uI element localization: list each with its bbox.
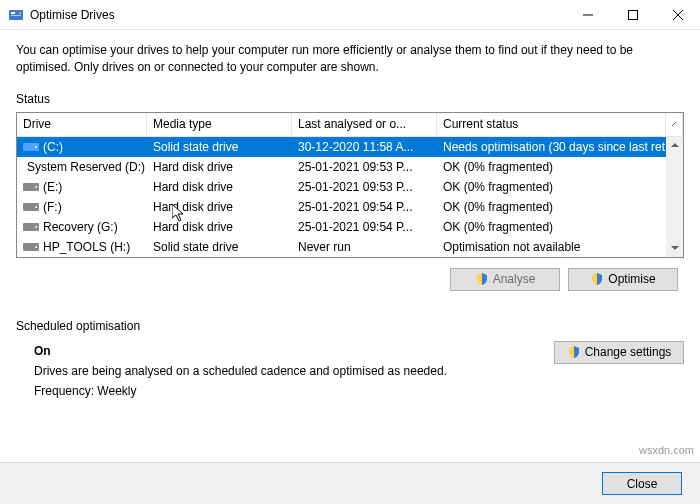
optimise-button[interactable]: Optimise — [568, 268, 678, 291]
bottom-bar: Close — [0, 462, 700, 504]
drive-name: System Reserved (D:) — [27, 160, 145, 174]
change-settings-label: Change settings — [585, 345, 672, 359]
media-cell: Hard disk drive — [147, 200, 292, 214]
scheduled-label: Scheduled optimisation — [16, 319, 684, 333]
svg-point-3 — [19, 12, 21, 14]
close-window-button[interactable] — [655, 0, 700, 29]
column-last-analysed[interactable]: Last analysed or o... — [292, 113, 437, 136]
drive-name: (C:) — [43, 140, 63, 154]
svg-point-19 — [35, 246, 37, 248]
drive-cell: (E:) — [17, 180, 147, 194]
close-label: Close — [627, 477, 658, 491]
last-analysed-cell: 30-12-2020 11:58 A... — [292, 140, 437, 154]
table-scrollbar[interactable] — [666, 137, 683, 257]
status-cell: Optimisation not available — [437, 240, 683, 254]
shield-icon — [567, 345, 581, 359]
drive-name: Recovery (G:) — [43, 220, 118, 234]
table-row[interactable]: (C:)Solid state drive30-12-2020 11:58 A.… — [17, 137, 683, 157]
maximize-button[interactable] — [610, 0, 655, 29]
titlebar: Optimise Drives — [0, 0, 700, 30]
drive-cell: (F:) — [17, 200, 147, 214]
table-row[interactable]: (F:)Hard disk drive25-01-2021 09:54 P...… — [17, 197, 683, 217]
drive-icon — [23, 241, 39, 253]
media-cell: Solid state drive — [147, 240, 292, 254]
description-text: You can optimise your drives to help you… — [16, 42, 684, 76]
media-cell: Hard disk drive — [147, 160, 292, 174]
status-cell: OK (0% fragmented) — [437, 180, 683, 194]
drive-cell: HP_TOOLS (H:) — [17, 240, 147, 254]
media-cell: Hard disk drive — [147, 220, 292, 234]
drives-table: Drive Media type Last analysed or o... C… — [16, 112, 684, 258]
drive-name: (F:) — [43, 200, 62, 214]
drive-cell: Recovery (G:) — [17, 220, 147, 234]
close-button[interactable]: Close — [602, 472, 682, 495]
svg-point-9 — [35, 146, 37, 148]
drive-icon — [23, 141, 39, 153]
drive-icon — [23, 221, 39, 233]
scroll-up-icon[interactable] — [666, 137, 683, 154]
table-header: Drive Media type Last analysed or o... C… — [17, 113, 683, 137]
column-media[interactable]: Media type — [147, 113, 292, 136]
analyse-button[interactable]: Analyse — [450, 268, 560, 291]
app-icon — [8, 7, 24, 23]
column-scroll-header — [666, 113, 683, 136]
drive-cell: (C:) — [17, 140, 147, 154]
svg-point-17 — [35, 226, 37, 228]
scheduled-state: On — [34, 341, 554, 361]
drive-icon — [23, 181, 39, 193]
table-row[interactable]: HP_TOOLS (H:)Solid state driveNever runO… — [17, 237, 683, 257]
last-analysed-cell: 25-01-2021 09:54 P... — [292, 200, 437, 214]
drive-name: (E:) — [43, 180, 62, 194]
optimise-label: Optimise — [608, 272, 655, 286]
svg-rect-1 — [11, 12, 15, 14]
last-analysed-cell: Never run — [292, 240, 437, 254]
column-drive[interactable]: Drive — [17, 113, 147, 136]
last-analysed-cell: 25-01-2021 09:54 P... — [292, 220, 437, 234]
media-cell: Solid state drive — [147, 140, 292, 154]
analyse-label: Analyse — [493, 272, 536, 286]
table-row[interactable]: System Reserved (D:)Hard disk drive25-01… — [17, 157, 683, 177]
status-cell: OK (0% fragmented) — [437, 220, 683, 234]
shield-icon — [475, 272, 489, 286]
status-cell: OK (0% fragmented) — [437, 160, 683, 174]
shield-icon — [590, 272, 604, 286]
scheduled-desc: Drives are being analysed on a scheduled… — [34, 361, 554, 381]
svg-rect-2 — [11, 15, 21, 16]
table-row[interactable]: (E:)Hard disk drive25-01-2021 09:53 P...… — [17, 177, 683, 197]
watermark: wsxdn.com — [639, 444, 694, 456]
svg-point-13 — [35, 186, 37, 188]
svg-point-15 — [35, 206, 37, 208]
status-label: Status — [16, 92, 684, 106]
drive-cell: System Reserved (D:) — [17, 160, 147, 174]
drive-name: HP_TOOLS (H:) — [43, 240, 130, 254]
scroll-down-icon[interactable] — [666, 240, 683, 257]
drive-icon — [23, 201, 39, 213]
window-title: Optimise Drives — [30, 8, 565, 22]
media-cell: Hard disk drive — [147, 180, 292, 194]
status-cell: Needs optimisation (30 days since last r… — [437, 140, 683, 154]
column-current-status[interactable]: Current status — [437, 113, 666, 136]
last-analysed-cell: 25-01-2021 09:53 P... — [292, 180, 437, 194]
status-cell: OK (0% fragmented) — [437, 200, 683, 214]
table-row[interactable]: Recovery (G:)Hard disk drive25-01-2021 0… — [17, 217, 683, 237]
change-settings-button[interactable]: Change settings — [554, 341, 684, 364]
minimize-button[interactable] — [565, 0, 610, 29]
scheduled-frequency: Frequency: Weekly — [34, 381, 554, 401]
svg-rect-5 — [628, 10, 637, 19]
last-analysed-cell: 25-01-2021 09:53 P... — [292, 160, 437, 174]
